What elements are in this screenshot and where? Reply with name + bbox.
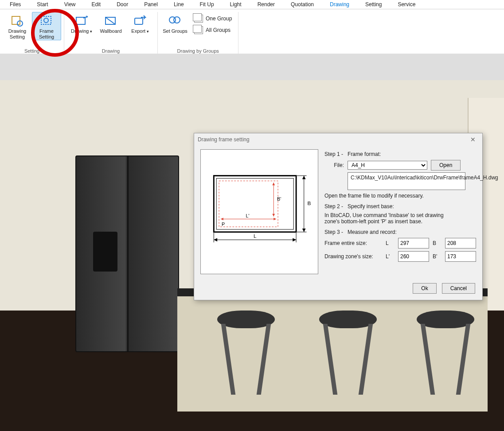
- drawing-button[interactable]: Drawing: [67, 12, 96, 35]
- menu-light[interactable]: Light: [222, 0, 250, 9]
- menu-drawing[interactable]: Drawing: [322, 0, 357, 9]
- svg-marker-15: [221, 218, 223, 221]
- one-group-button[interactable]: One Group: [192, 14, 234, 23]
- drawing-setting-icon: [10, 14, 24, 27]
- all-groups-button[interactable]: All Groups: [192, 25, 234, 35]
- ribbon-group-label: Setting: [0, 48, 64, 54]
- menu-edit[interactable]: Edit: [83, 0, 109, 9]
- wallboard-icon: [104, 14, 118, 27]
- input-L[interactable]: [398, 238, 429, 249]
- close-icon[interactable]: ✕: [467, 135, 479, 144]
- svg-point-10: [174, 17, 180, 23]
- label-Lp: L': [246, 213, 250, 218]
- menu-door[interactable]: Door: [109, 0, 136, 9]
- step3-title: Measure and record:: [348, 229, 397, 235]
- all-groups-label: All Groups: [206, 27, 231, 33]
- open-note: Open the frame file to modify if necessa…: [324, 193, 476, 199]
- menu-panel[interactable]: Panel: [136, 0, 166, 9]
- svg-marker-18: [272, 182, 275, 185]
- water-dispenser: [93, 232, 117, 272]
- step2-note: In BtoCAD, Use command 'Insbase' to set …: [324, 212, 449, 225]
- menu-setting[interactable]: Setting: [357, 0, 390, 9]
- step3-num: Step 3 -: [324, 229, 343, 235]
- dialog-titlebar[interactable]: Drawing frame setting ✕: [194, 133, 482, 146]
- refrigerator: [75, 155, 179, 352]
- svg-marker-19: [272, 214, 275, 217]
- step2-title: Specify insert base:: [348, 203, 394, 210]
- drawing-setting-button[interactable]: DrawingSetting: [3, 12, 32, 40]
- svg-rect-2: [41, 16, 51, 24]
- svg-marker-22: [293, 238, 296, 241]
- svg-line-7: [105, 17, 115, 24]
- frame-setting-label: FrameSetting: [39, 28, 54, 40]
- frame-entire-label: Frame entire size:: [324, 240, 382, 246]
- ribbon-group-drawing-by-groups: Set GroupsOne GroupAll GroupsDrawing by …: [158, 12, 238, 54]
- dialog-right-panel: Step 1 - Frame format: File: A4_H Open C…: [324, 149, 476, 274]
- file-label: File:: [324, 162, 344, 168]
- drawing-zone-label: Drawing zone's size:: [324, 253, 382, 260]
- step2-num: Step 2 -: [324, 203, 343, 210]
- all-groups-icon: [194, 26, 203, 34]
- label-P: P: [222, 221, 225, 227]
- drawing-frame-setting-dialog: Drawing frame setting ✕ L' B': [194, 133, 483, 300]
- label-Bp: B': [277, 196, 281, 202]
- ribbon-group-label: Drawing: [64, 48, 157, 54]
- bar-stool: [315, 311, 381, 395]
- label-L2: L: [386, 240, 395, 246]
- drawing-icon: [74, 14, 89, 27]
- menu-service[interactable]: Service: [390, 0, 423, 9]
- label-L: L: [254, 233, 257, 239]
- ribbon-group-drawing: DrawingWallboardExportDrawing: [64, 12, 158, 54]
- dialog-title: Drawing frame setting: [198, 136, 250, 143]
- label-B2: B: [433, 240, 441, 246]
- file-select[interactable]: A4_H: [348, 161, 427, 170]
- step1-title: Frame format:: [348, 151, 381, 157]
- menu-files[interactable]: Files: [2, 0, 29, 9]
- bar-stool: [213, 311, 279, 395]
- file-path: C:\KDMax_V10Au\Intericad\kiticon\DrwFram…: [348, 172, 465, 190]
- frame-preview: L' B' P L B: [200, 149, 318, 274]
- svg-marker-16: [273, 218, 276, 221]
- svg-marker-26: [302, 176, 306, 179]
- wallboard-button[interactable]: Wallboard: [96, 12, 125, 35]
- drawing-setting-label: DrawingSetting: [8, 28, 26, 40]
- label-B: B: [308, 200, 311, 206]
- menu-bar: FilesStartViewEditDoorPanelLineFit UpLig…: [0, 0, 504, 9]
- svg-marker-27: [302, 229, 306, 232]
- svg-rect-13: [219, 181, 278, 227]
- svg-rect-8: [135, 18, 143, 24]
- drawing-label: Drawing: [71, 28, 92, 35]
- menu-view[interactable]: View: [56, 0, 84, 9]
- ok-button[interactable]: Ok: [413, 283, 436, 294]
- set-groups-button[interactable]: Set Groups: [160, 12, 190, 35]
- one-group-icon: [194, 15, 203, 23]
- menu-quotation[interactable]: Quotation: [283, 0, 322, 9]
- frame-setting-button[interactable]: FrameSetting: [32, 12, 61, 40]
- open-button[interactable]: Open: [431, 160, 461, 171]
- svg-point-3: [44, 18, 48, 23]
- set-groups-label: Set Groups: [163, 28, 188, 34]
- wallboard-label: Wallboard: [100, 28, 121, 34]
- menu-render[interactable]: Render: [250, 0, 283, 9]
- ribbon: DrawingSettingFrameSettingSettingDrawing…: [0, 9, 504, 57]
- export-icon: [133, 14, 147, 27]
- svg-rect-0: [12, 16, 20, 24]
- ribbon-group-setting: DrawingSettingFrameSettingSetting: [0, 12, 64, 54]
- label-Bp2: B': [433, 253, 441, 260]
- step1-num: Step 1 -: [324, 151, 343, 157]
- svg-rect-11: [214, 176, 296, 232]
- menu-start[interactable]: Start: [29, 0, 56, 9]
- menu-line[interactable]: Line: [166, 0, 192, 9]
- bar-stool: [412, 311, 479, 395]
- input-B[interactable]: [445, 238, 476, 249]
- set-groups-icon: [168, 14, 182, 27]
- one-group-label: One Group: [206, 16, 232, 22]
- input-Lp[interactable]: [398, 251, 429, 262]
- export-button[interactable]: Export: [125, 12, 155, 35]
- svg-marker-21: [214, 238, 217, 241]
- export-label: Export: [131, 28, 148, 35]
- input-Bp[interactable]: [445, 251, 476, 262]
- svg-rect-12: [216, 179, 293, 229]
- menu-fit-up[interactable]: Fit Up: [192, 0, 222, 9]
- cancel-button[interactable]: Cancel: [442, 283, 475, 294]
